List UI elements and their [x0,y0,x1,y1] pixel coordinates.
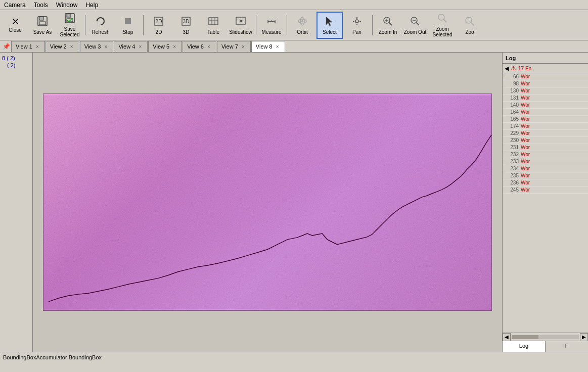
log-footer-f-tab[interactable]: F [546,341,588,352]
tab-view1[interactable]: View 1 × [11,41,45,52]
log-content[interactable]: 66Wor98Wor130Wor131Wor140Wor164Wor165Wor… [503,73,588,333]
log-row[interactable]: 164Wor [503,109,588,116]
tab-pin-icon[interactable]: 📌 [1,41,11,52]
menu-camera[interactable]: Camera [2,2,28,9]
log-row-num: 230 [505,137,519,143]
tab-view3-label: View 3 [84,43,101,50]
log-row[interactable]: 131Wor [503,95,588,102]
log-row-num: 131 [505,95,519,101]
log-row[interactable]: 165Wor [503,116,588,123]
tab-view8[interactable]: View 8 × [251,41,285,52]
zoom-out-button[interactable]: Zoom Out [402,12,428,39]
tab-view2[interactable]: View 2 × [46,41,79,52]
3d-button[interactable]: 3D 3D [173,12,199,39]
zoom-button[interactable]: Zoo [457,12,483,39]
log-row[interactable]: 229Wor [503,130,588,137]
tab-view1-close[interactable]: × [34,43,40,50]
zoom-selected-button[interactable]: Zoom Selected [429,12,456,39]
log-row[interactable]: 235Wor [503,172,588,179]
tab-view3-close[interactable]: × [103,43,109,50]
tab-view7-close[interactable]: × [240,43,246,50]
log-row[interactable]: 232Wor [503,151,588,158]
tab-view8-close[interactable]: × [275,43,281,50]
save-as-button[interactable]: Save As [29,12,56,39]
2d-button[interactable]: 2D 2D [146,12,172,39]
tab-view8-label: View 8 [256,43,273,50]
pan-icon [351,16,363,28]
table-button[interactable]: Table [200,12,227,39]
log-row-text: Wor [521,102,530,108]
svg-marker-25 [326,17,332,26]
slideshow-button[interactable]: Slideshow [228,12,254,39]
pan-label: Pan [352,29,361,35]
tree-item-0[interactable]: 8 ( 2) [2,55,30,62]
zoom-out-icon [410,16,421,28]
tab-view2-close[interactable]: × [69,43,75,50]
tab-view5[interactable]: View 5 × [148,41,182,52]
log-row-num: 245 [505,187,519,193]
tab-view5-close[interactable]: × [171,43,177,50]
zoom-label: Zoo [465,29,474,35]
log-scroll-right[interactable]: ▶ [580,333,588,341]
close-button[interactable]: ✕ Close [2,12,28,39]
log-row[interactable]: 174Wor [503,123,588,130]
log-row-text: Wor [521,109,530,115]
refresh-button[interactable]: Refresh [87,12,114,39]
warning-icon: ⚠ [511,65,516,72]
log-row-num: 165 [505,116,519,122]
log-collapse-icon[interactable]: ◀ [505,65,509,72]
log-scroll-left[interactable]: ◀ [503,333,511,341]
tab-view4[interactable]: View 4 × [114,41,148,52]
log-row[interactable]: 66Wor [503,73,588,80]
select-icon [324,16,335,28]
tab-view3[interactable]: View 3 × [80,41,114,52]
log-row[interactable]: 245Wor [503,187,588,194]
save-selected-button[interactable]: Save Selected [57,12,83,39]
tab-view6[interactable]: View 6 × [183,41,216,52]
svg-marker-6 [96,20,98,22]
viewport[interactable] [33,53,502,352]
tab-view6-label: View 6 [187,43,204,50]
log-row[interactable]: 233Wor [503,158,588,165]
log-row-text: Wor [521,173,530,178]
stop-button[interactable]: Stop [115,12,141,39]
table-label: Table [207,29,219,35]
orbit-button[interactable]: Orbit [289,12,315,39]
log-row[interactable]: 140Wor [503,102,588,109]
log-row-text: Wor [521,116,530,122]
select-label: Select [323,29,337,35]
tab-view6-close[interactable]: × [206,43,212,50]
log-row-text: Wor [521,152,530,157]
menu-window[interactable]: Window [54,2,80,9]
status-bar: BoundingBoxAccumulator BoundingBox [0,352,588,362]
svg-line-37 [471,22,474,25]
menu-help[interactable]: Help [83,2,100,9]
log-row[interactable]: 130Wor [503,87,588,95]
toolbar-sep-3 [256,15,256,35]
zoom-selected-label: Zoom Selected [431,26,454,37]
menu-tools[interactable]: Tools [32,2,50,9]
toolbar-sep-4 [287,15,287,35]
svg-text:3D: 3D [183,19,190,24]
tab-view4-close[interactable]: × [137,43,143,50]
log-row[interactable]: 98Wor [503,80,588,87]
svg-point-24 [301,20,303,22]
log-row[interactable]: 234Wor [503,165,588,172]
log-footer-log-tab[interactable]: Log [503,341,546,352]
measure-label: Measure [262,29,282,35]
status-text: BoundingBoxAccumulator BoundingBox [3,354,102,360]
log-error-summary: ◀ ⚠ 17 En [503,64,588,73]
log-row-num: 140 [505,102,519,108]
zoom-in-button[interactable]: Zoom In [375,12,401,39]
tab-view7[interactable]: View 7 × [217,41,251,52]
tree-item-1[interactable]: ( 2) [2,62,30,69]
log-row[interactable]: 231Wor [503,144,588,151]
select-button[interactable]: Select [316,12,343,39]
log-row[interactable]: 230Wor [503,137,588,144]
log-scrollbar[interactable] [512,335,579,339]
pan-button[interactable]: Pan [344,12,370,39]
svg-rect-4 [67,14,71,17]
log-row[interactable]: 236Wor [503,179,588,187]
measure-button[interactable]: Measure [258,12,285,39]
log-row-text: Wor [521,166,530,171]
